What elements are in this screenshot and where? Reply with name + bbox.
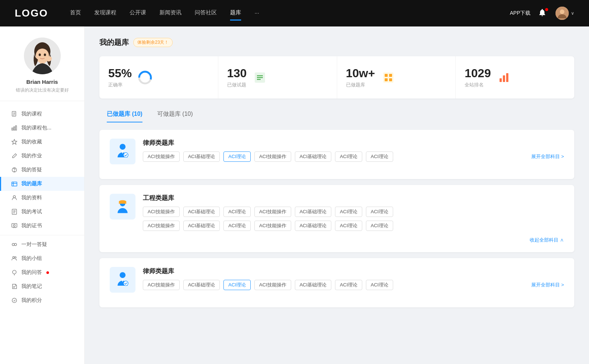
main-content: 我的题库 体验剩余23天！ 55% 正确率 — [85, 26, 589, 364]
eng-tag2-2[interactable]: ACI理论 — [223, 221, 251, 231]
eng-tag2-5[interactable]: ACI理论 — [335, 221, 362, 231]
app-download-button[interactable]: APP下载 — [510, 10, 530, 17]
eng-tag2-4[interactable]: ACI基础理论 — [295, 221, 332, 231]
stat-questions-done-value: 130 — [227, 67, 247, 80]
svg-point-35 — [15, 257, 16, 258]
nav-news[interactable]: 新闻资讯 — [159, 9, 181, 18]
svg-rect-49 — [385, 78, 388, 81]
sidebar-item-qa-label: 我的问答 — [21, 269, 42, 276]
law2-tag-2-selected[interactable]: ACI理论 — [223, 280, 251, 290]
sidebar-item-bank[interactable]: 我的题库 — [0, 177, 84, 191]
nav-qa[interactable]: 问答社区 — [195, 9, 217, 18]
score-icon — [11, 297, 18, 304]
file-icon — [11, 111, 18, 117]
sidebar-item-exam-label: 我的考试 — [21, 208, 42, 215]
eng-tag2-1[interactable]: ACI基础理论 — [183, 221, 220, 231]
tag-6[interactable]: ACI理论 — [366, 151, 393, 162]
chevron-down-icon: ∨ — [571, 11, 574, 16]
law2-tag-6[interactable]: ACI理论 — [366, 280, 393, 290]
nav-discover[interactable]: 发现课程 — [94, 9, 116, 18]
trial-badge: 体验剩余23天！ — [133, 38, 173, 47]
tag-3[interactable]: ACI技能操作 — [254, 151, 291, 162]
law2-tag-3[interactable]: ACI技能操作 — [254, 280, 291, 290]
qbank-lawyer-2-name: 律师类题库 — [143, 267, 564, 275]
sidebar-item-group[interactable]: 我的小组 — [0, 251, 84, 265]
sidebar-item-favorites-label: 我的收藏 — [21, 139, 42, 145]
sidebar-menu: 我的课程 我的课程包... 我的收藏 我的作业 — [0, 107, 84, 307]
sidebar-item-bank-label: 我的题库 — [21, 181, 42, 187]
svg-rect-15 — [14, 127, 15, 130]
tab-done-banks[interactable]: 已做题库 (10) — [99, 107, 150, 122]
sidebar-item-questions-label: 我的答疑 — [21, 167, 42, 173]
logo[interactable]: LOGO — [15, 7, 48, 19]
svg-point-34 — [13, 257, 15, 258]
nav-opencourse[interactable]: 公开课 — [130, 9, 146, 18]
sidebar-item-course[interactable]: 我的课程 — [0, 107, 84, 121]
sidebar: Brian Harris 错误的决定比没有决定要好 我的课程 我的课程包... — [0, 26, 85, 364]
svg-rect-59 — [119, 203, 127, 204]
sidebar-item-questions[interactable]: 我的答疑 — [0, 163, 84, 177]
sidebar-item-profile[interactable]: 我的资料 — [0, 191, 84, 205]
eng-tag-3[interactable]: ACI技能操作 — [254, 207, 291, 217]
qbank-expand-link-3[interactable]: 展开全部科目 > — [531, 282, 564, 288]
tag-4[interactable]: ACI基础理论 — [295, 151, 332, 162]
tab-available-banks[interactable]: 可做题库 (10) — [150, 107, 200, 122]
eng-tag-4[interactable]: ACI基础理论 — [295, 207, 332, 217]
law2-tag-0[interactable]: ACI技能操作 — [143, 280, 180, 290]
qbank-lawyer-icon-wrap — [110, 139, 135, 164]
svg-rect-20 — [12, 182, 17, 186]
star-icon — [11, 139, 18, 145]
sidebar-divider — [0, 235, 84, 235]
stats-row: 55% 正确率 130 已做试题 — [99, 56, 574, 99]
sidebar-item-favorites[interactable]: 我的收藏 — [0, 135, 84, 149]
law2-tag-4[interactable]: ACI基础理论 — [295, 280, 332, 290]
sidebar-item-points[interactable]: 我的积分 — [0, 293, 84, 307]
stat-rank-label: 全站排名 — [465, 82, 491, 88]
eng-tag-2[interactable]: ACI理论 — [223, 207, 251, 217]
law2-tag-5[interactable]: ACI理论 — [335, 280, 362, 290]
sidebar-item-package[interactable]: 我的课程包... — [0, 121, 84, 135]
page-title: 我的题库 — [99, 38, 129, 47]
tag-5[interactable]: ACI理论 — [335, 151, 362, 162]
stat-questions-done-label: 已做试题 — [227, 82, 247, 88]
sidebar-item-exam[interactable]: 我的考试 — [0, 205, 84, 219]
eng-tag2-6[interactable]: ACI理论 — [366, 221, 393, 231]
qbank-engineer-icon-wrap — [110, 194, 135, 220]
svg-point-56 — [123, 153, 128, 157]
eng-tag-5[interactable]: ACI理论 — [335, 207, 362, 217]
eng-tag-1[interactable]: ACI基础理论 — [183, 207, 220, 217]
question-icon — [11, 167, 18, 173]
user-avatar-wrapper[interactable]: ∨ — [556, 7, 574, 20]
qbank-engineer-tags-row1: ACI技能操作 ACI基础理论 ACI理论 ACI技能操作 ACI基础理论 AC… — [143, 207, 564, 217]
nav-home[interactable]: 首页 — [70, 9, 81, 18]
qa-icon — [11, 241, 18, 248]
stat-rank: 1029 全站排名 — [456, 56, 574, 99]
svg-rect-28 — [12, 224, 17, 227]
tag-1[interactable]: ACI基础理论 — [183, 151, 220, 162]
qbank-collapse-link[interactable]: 收起全部科目 ∧ — [110, 237, 564, 243]
tag-2-selected[interactable]: ACI理论 — [223, 151, 251, 162]
sidebar-item-homework[interactable]: 我的作业 — [0, 149, 84, 163]
sidebar-item-1on1[interactable]: 一对一答疑 — [0, 238, 84, 251]
eng-tag2-0[interactable]: ACI技能操作 — [143, 221, 180, 231]
table-icon — [381, 70, 396, 85]
law2-tag-1[interactable]: ACI基础理论 — [183, 280, 220, 290]
tag-0[interactable]: ACI技能操作 — [143, 151, 180, 162]
qbank-engineer-tags-row2: ACI技能操作 ACI基础理论 ACI理论 ACI技能操作 ACI基础理论 AC… — [143, 221, 564, 231]
profile-name: Brian Harris — [7, 79, 77, 85]
nav-bank[interactable]: 题库 — [230, 9, 241, 18]
eng-tag2-3[interactable]: ACI技能操作 — [254, 221, 291, 231]
sidebar-item-qa[interactable]: 我的问答 — [0, 265, 84, 279]
sidebar-item-points-label: 我的积分 — [21, 297, 42, 304]
bar-chart-icon — [497, 70, 511, 85]
svg-rect-47 — [385, 74, 388, 77]
sidebar-item-certificate[interactable]: 我的证书 — [0, 219, 84, 233]
stat-accuracy-value: 55% — [108, 67, 132, 80]
qbank-expand-link-1[interactable]: 展开全部科目 > — [531, 153, 564, 160]
eng-tag-0[interactable]: ACI技能操作 — [143, 207, 180, 217]
eng-tag-6[interactable]: ACI理论 — [366, 207, 393, 217]
nav-more[interactable]: ··· — [254, 10, 259, 17]
sidebar-item-notes[interactable]: 我的笔记 — [0, 279, 84, 293]
notification-bell[interactable] — [538, 8, 548, 18]
main-layout: Brian Harris 错误的决定比没有决定要好 我的课程 我的课程包... — [0, 26, 589, 364]
